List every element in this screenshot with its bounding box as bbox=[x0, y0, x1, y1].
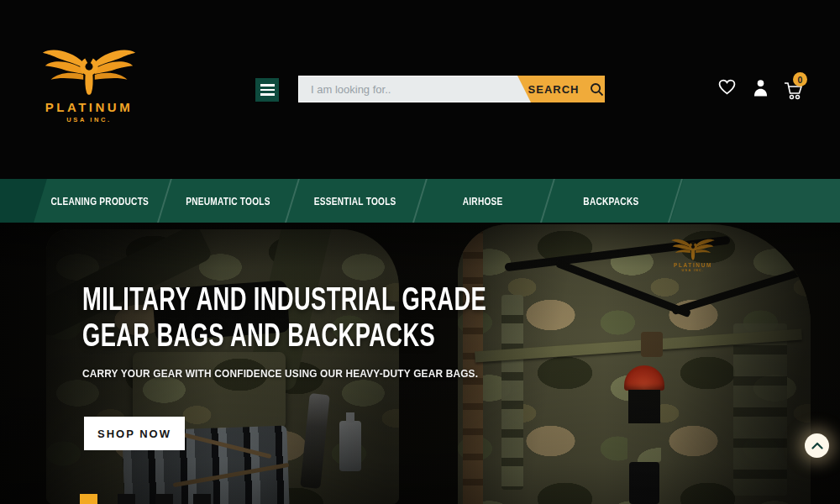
main-nav: CLEANING PRODUCTS PNEUMATIC TOOLS ESSENT… bbox=[0, 179, 840, 223]
nav-item-essential-tools[interactable]: ESSENTIAL TOOLS bbox=[291, 179, 419, 223]
slider-dot-1[interactable] bbox=[80, 494, 97, 504]
nav-item-backpacks[interactable]: BACKPACKS bbox=[547, 179, 675, 223]
hero-title-line1: MILITARY AND INDUSTRIAL GRADE bbox=[82, 281, 486, 318]
hero-section: PLATINUM USA INC. MILITARY AND INDUSTRIA… bbox=[0, 223, 840, 504]
shop-now-button[interactable]: SHOP NOW bbox=[84, 417, 185, 450]
search-button-label: SEARCH bbox=[528, 83, 580, 96]
hero-title: MILITARY AND INDUSTRIAL GRADE GEAR BAGS … bbox=[82, 281, 643, 354]
account-button[interactable] bbox=[752, 77, 769, 102]
search-input[interactable] bbox=[299, 76, 519, 102]
page: PLATINUM USA INC. SEARCH bbox=[0, 0, 840, 504]
nav-item-pneumatic-tools[interactable]: PNEUMATIC TOOLS bbox=[164, 179, 291, 223]
nav-item-cleaning-products[interactable]: CLEANING PRODUCTS bbox=[36, 179, 164, 223]
hero-subtitle: CARRY YOUR GEAR WITH CONFIDENCE USING OU… bbox=[82, 367, 478, 380]
nav-item-airhose[interactable]: AIRHOSE bbox=[419, 179, 547, 223]
slider-pagination bbox=[80, 494, 211, 504]
scroll-top-button[interactable] bbox=[805, 433, 829, 458]
brand-tagline: USA INC. bbox=[39, 116, 139, 123]
magnifier-icon bbox=[590, 82, 604, 97]
nav-item-label: ESSENTIAL TOOLS bbox=[314, 195, 396, 207]
nav-right-shade bbox=[669, 179, 840, 223]
menu-toggle-button[interactable] bbox=[255, 78, 279, 102]
slider-dot-3[interactable] bbox=[155, 494, 173, 504]
heart-icon bbox=[718, 79, 736, 95]
nav-item-label: BACKPACKS bbox=[583, 195, 638, 207]
hero-title-line2: GEAR BAGS AND BACKPACKS bbox=[82, 318, 486, 354]
nav-item-label: AIRHOSE bbox=[463, 195, 503, 207]
brand-name: PLATINUM bbox=[39, 100, 139, 114]
wishlist-button[interactable] bbox=[717, 77, 738, 99]
hamburger-icon bbox=[260, 84, 275, 95]
cart-button[interactable]: 0 bbox=[782, 80, 806, 104]
brand-logo[interactable]: PLATINUM USA INC. bbox=[39, 47, 139, 123]
nav-item-label: PNEUMATIC TOOLS bbox=[186, 195, 270, 207]
user-icon bbox=[753, 79, 768, 97]
winged-wrench-icon bbox=[39, 47, 139, 97]
nav-item-label: CLEANING PRODUCTS bbox=[51, 195, 150, 207]
chevron-up-icon bbox=[811, 442, 823, 449]
site-header: PLATINUM USA INC. SEARCH bbox=[0, 0, 840, 179]
slider-dot-4[interactable] bbox=[193, 494, 211, 504]
search-button[interactable]: SEARCH bbox=[517, 76, 605, 102]
search-form: SEARCH bbox=[298, 76, 605, 102]
slider-dot-2[interactable] bbox=[118, 494, 135, 504]
cart-count-badge: 0 bbox=[793, 72, 807, 87]
